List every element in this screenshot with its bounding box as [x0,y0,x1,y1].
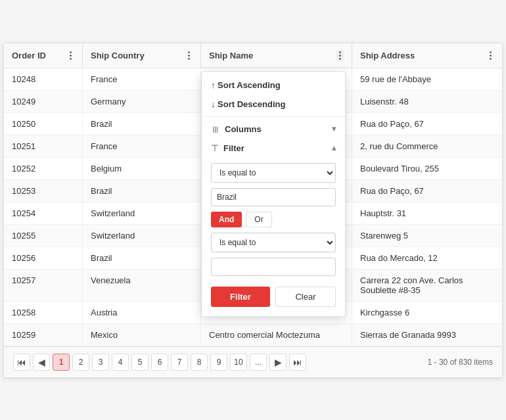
cell-ship-country: Switzerland [83,202,201,224]
filter-condition-2-select[interactable]: Is equal to Is not equal to Contains [211,233,336,252]
cell-ship-address: Rua do Paço, 67 [352,180,502,202]
order-id-label: Order ID [12,51,46,60]
cell-ship-country: Germany [83,91,201,112]
pagination-page-10[interactable]: 10 [230,354,247,371]
cell-order-id: 10252 [4,158,83,179]
data-grid: Order ID Ship Country Ship Name [3,43,503,378]
columns-icon: ⫼ [211,124,219,134]
pagination-last[interactable]: ⏭ [289,354,306,371]
filter-condition-select[interactable]: Is equal to Is not equal to Contains Doe… [211,163,336,183]
cell-order-id: 10259 [4,324,83,346]
filter-actions: Filter Clear [211,287,336,307]
header-order-id: Order ID [4,43,83,68]
and-or-row: And Or [211,212,336,227]
cell-ship-country: Venezuela [83,269,201,301]
cell-order-id: 10257 [4,269,83,301]
order-id-menu-btn[interactable] [67,50,74,61]
and-button[interactable]: And [211,212,242,227]
filter-button[interactable]: Filter [211,287,270,307]
filter-section-label-group: ⊤ Filter [211,143,244,153]
cell-ship-country: Switzerland [83,225,201,246]
header-ship-address: Ship Address [352,43,502,68]
ship-country-label: Ship Country [91,51,145,60]
columns-section-label-group: ⫼ Columns [211,124,262,134]
ship-name-menu-btn[interactable] [336,50,344,61]
cell-ship-country: Austria [83,302,201,323]
pagination-page-3[interactable]: 3 [92,354,109,371]
cell-ship-address: Rua do Paço, 67 [352,113,502,135]
cell-ship-address: Rua do Mercado, 12 [352,247,502,269]
cell-ship-name: Centro comercial Moctezuma [201,324,352,346]
ship-address-label: Ship Address [360,51,415,60]
pagination-ellipsis: ... [250,354,267,371]
menu-divider-1 [202,116,345,117]
cell-ship-country: Mexico [83,324,201,346]
column-dropdown: ↑ Sort Ascending ↓ Sort Descending ⫼ Col… [201,71,346,317]
sort-descending-item[interactable]: ↓ Sort Descending [202,95,345,114]
pagination-page-1[interactable]: 1 [53,354,70,371]
pagination-next[interactable]: ▶ [269,354,287,371]
cell-order-id: 10248 [4,68,83,90]
cell-ship-country: Brazil [83,180,201,202]
cell-ship-address: Hauptstr. 31 [352,202,502,224]
cell-order-id: 10255 [4,225,83,246]
dots-icon-4 [490,51,492,60]
cell-order-id: 10258 [4,302,83,323]
filter-panel: Is equal to Is not equal to Contains Doe… [202,158,345,312]
grid-footer: ⏮◀12345678910...▶⏭ 1 - 30 of 830 items [4,346,502,377]
dots-icon-3 [339,51,341,60]
cell-ship-address: 59 rue de l'Abbaye [352,68,502,90]
cell-order-id: 10251 [4,135,83,157]
pagination-page-9[interactable]: 9 [210,354,227,371]
pagination-first[interactable]: ⏮ [13,354,30,371]
sort-ascending-item[interactable]: ↑ Sort Ascending [202,76,345,95]
sort-asc-label: ↑ Sort Ascending [211,80,281,90]
pagination-page-5[interactable]: 5 [131,354,149,371]
cell-ship-country: Belgium [83,158,201,179]
cell-ship-country: Brazil [83,113,201,135]
cell-order-id: 10253 [4,180,83,202]
cell-ship-address: Starenweg 5 [352,225,502,246]
grid-header: Order ID Ship Country Ship Name [4,43,502,68]
filter-section[interactable]: ⊤ Filter ▴ [202,139,345,158]
cell-ship-address: 2, rue du Commerce [352,135,502,157]
cell-order-id: 10254 [4,202,83,224]
cell-ship-address: Sierras de Granada 9993 [352,324,502,346]
header-ship-country: Ship Country [83,43,201,68]
pagination-page-4[interactable]: 4 [112,354,129,371]
pagination-page-7[interactable]: 7 [171,354,188,371]
pagination-page-6[interactable]: 6 [151,354,168,371]
cell-ship-address: Boulevard Tirou, 255 [352,158,502,179]
pagination-page-2[interactable]: 2 [72,354,89,371]
header-ship-name: Ship Name ↑ Sort Ascending ↓ Sort Descen… [201,43,352,68]
cell-ship-country: Brazil [83,247,201,269]
columns-section[interactable]: ⫼ Columns ▾ [202,120,345,139]
filter-value-1-input[interactable] [211,188,336,206]
cell-ship-address: Kirchgasse 6 [352,302,502,323]
filter-chevron-icon: ▴ [332,143,336,152]
columns-label: Columns [225,124,262,134]
cell-order-id: 10250 [4,113,83,135]
ship-country-menu-btn[interactable] [185,50,193,61]
columns-chevron-icon: ▾ [332,124,336,133]
pagination-prev[interactable]: ◀ [33,354,50,371]
dots-icon-2 [188,51,190,60]
clear-button[interactable]: Clear [275,287,336,307]
or-button[interactable]: Or [246,212,271,227]
cell-order-id: 10256 [4,247,83,269]
dots-icon [70,51,72,60]
cell-ship-address: Luisenstr. 48 [352,91,502,112]
cell-ship-country: France [83,135,201,157]
ship-address-menu-btn[interactable] [487,50,494,61]
filter-label: Filter [223,143,244,153]
table-row: 10259 Mexico Centro comercial Moctezuma … [4,324,502,346]
pagination-page-8[interactable]: 8 [191,354,208,371]
filter-icon: ⊤ [211,143,218,153]
pagination: ⏮◀12345678910...▶⏭ [13,354,306,371]
page-info: 1 - 30 of 830 items [428,358,493,367]
sort-desc-label: ↓ Sort Descending [211,99,285,109]
filter-value-2-input[interactable] [211,258,336,276]
cell-ship-address: Carrera 22 con Ave. Carlos Soublette #8-… [352,269,502,301]
ship-name-label: Ship Name [209,51,253,60]
cell-order-id: 10249 [4,91,83,112]
